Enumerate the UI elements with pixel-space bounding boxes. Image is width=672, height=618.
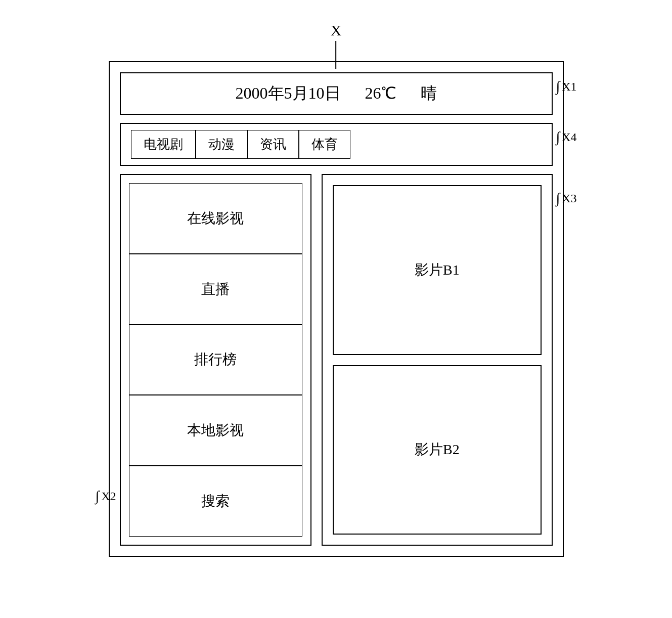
label-x3: ∫ X3 — [556, 190, 576, 206]
label-x2: ∫ X2 — [96, 488, 116, 504]
label-x: X — [331, 22, 342, 38]
category-tab-tv[interactable]: 电视剧 — [131, 130, 196, 159]
movie-card-b1[interactable]: 影片B1 — [333, 185, 541, 355]
box-x1: 2000年5月10日 26℃ 晴 ∫ X1 — [120, 72, 553, 115]
menu-item-online[interactable]: 在线影视 — [129, 183, 303, 254]
menu-item-local[interactable]: 本地影视 — [129, 395, 303, 466]
box-x3: ∫ X3 影片B1 影片B2 — [322, 174, 552, 546]
category-tab-news[interactable]: 资讯 — [247, 130, 299, 159]
label-x4: ∫ X4 — [556, 129, 576, 145]
box-x2: ∫ X2 在线影视 直播 排行榜 本地影视 搜索 — [120, 174, 312, 546]
box-x: X 2000年5月10日 26℃ 晴 ∫ X1 电视剧 动漫 资讯 体育 — [109, 61, 564, 557]
category-tab-sports[interactable]: 体育 — [299, 130, 350, 159]
diagram-container: X 2000年5月10日 26℃ 晴 ∫ X1 电视剧 动漫 资讯 体育 — [58, 31, 614, 587]
info-bar-text: 2000年5月10日 26℃ 晴 — [236, 84, 437, 102]
box-x4: 电视剧 动漫 资讯 体育 ∫ X4 — [120, 123, 553, 166]
label-x1: ∫ X1 — [556, 78, 576, 95]
menu-item-ranking[interactable]: 排行榜 — [129, 325, 303, 395]
movie-card-b2[interactable]: 影片B2 — [333, 365, 541, 535]
category-tab-anime[interactable]: 动漫 — [196, 130, 247, 159]
menu-item-search[interactable]: 搜索 — [129, 466, 303, 537]
menu-item-live[interactable]: 直播 — [129, 254, 303, 325]
bottom-section: ∫ X2 在线影视 直播 排行榜 本地影视 搜索 ∫ X3 影片B1 影片B2 — [120, 174, 553, 546]
